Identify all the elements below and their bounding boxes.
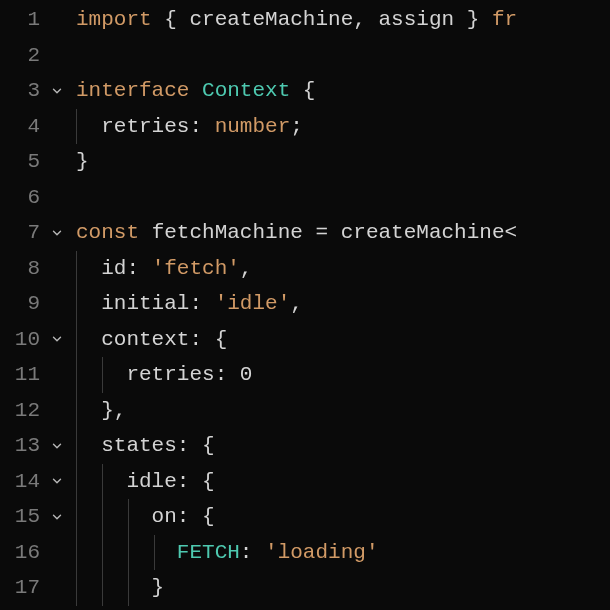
- indent-guide: [102, 535, 103, 571]
- chevron-down-icon[interactable]: [50, 226, 64, 240]
- token: }: [76, 144, 89, 180]
- code-line[interactable]: idle: {: [76, 464, 610, 500]
- code-line[interactable]: import { createMachine, assign } fr: [76, 2, 610, 38]
- line-number: 5: [0, 144, 42, 180]
- chevron-down-icon[interactable]: [50, 474, 64, 488]
- token: createMachine: [341, 215, 505, 251]
- line-number: 16: [0, 535, 42, 571]
- token: ;: [290, 109, 303, 145]
- token: 'fetch': [152, 251, 240, 287]
- code-line[interactable]: }: [76, 570, 610, 606]
- token: : {: [177, 428, 215, 464]
- fold-toggle[interactable]: [42, 510, 72, 524]
- token: fr: [492, 2, 517, 38]
- chevron-down-icon[interactable]: [50, 510, 64, 524]
- token: number: [215, 109, 291, 145]
- indent-guide: [102, 570, 103, 606]
- indent-guide: [102, 464, 103, 500]
- chevron-down-icon[interactable]: [50, 332, 64, 346]
- indent-guide: [76, 322, 77, 358]
- indent-guide: [76, 357, 77, 393]
- fold-toggle[interactable]: [42, 226, 72, 240]
- token: :: [189, 109, 214, 145]
- gutter-row: 16: [0, 535, 76, 571]
- token: <: [505, 215, 518, 251]
- line-number: 6: [0, 180, 42, 216]
- fold-toggle[interactable]: [42, 332, 72, 346]
- token: : {: [189, 322, 227, 358]
- indent-guide: [128, 499, 129, 535]
- code-line[interactable]: context: {: [76, 322, 610, 358]
- code-line[interactable]: id: 'fetch',: [76, 251, 610, 287]
- gutter-row: 11: [0, 357, 76, 393]
- token: ,: [290, 286, 303, 322]
- token: id: [76, 251, 126, 287]
- line-number: 8: [0, 251, 42, 287]
- code-line[interactable]: interface Context {: [76, 73, 610, 109]
- token: :: [240, 535, 265, 571]
- code-line[interactable]: [76, 180, 610, 216]
- gutter-row: 8: [0, 251, 76, 287]
- token: },: [76, 393, 126, 429]
- line-number: 7: [0, 215, 42, 251]
- indent-guide: [76, 428, 77, 464]
- token: interface: [76, 73, 189, 109]
- indent-guide: [76, 251, 77, 287]
- fold-toggle[interactable]: [42, 439, 72, 453]
- line-number: 12: [0, 393, 42, 429]
- gutter-row: 4: [0, 109, 76, 145]
- code-line[interactable]: FETCH: 'loading': [76, 535, 610, 571]
- gutter-row: 2: [0, 38, 76, 74]
- code-line[interactable]: const fetchMachine = createMachine<: [76, 215, 610, 251]
- indent-guide: [76, 286, 77, 322]
- line-number: 4: [0, 109, 42, 145]
- token: [189, 73, 202, 109]
- fold-toggle[interactable]: [42, 474, 72, 488]
- code-editor[interactable]: 1234567891011121314151617 import { creat…: [0, 0, 610, 610]
- token: idle: [76, 464, 177, 500]
- token: =: [303, 215, 341, 251]
- code-line[interactable]: }: [76, 144, 610, 180]
- indent-guide: [102, 357, 103, 393]
- gutter-row: 9: [0, 286, 76, 322]
- code-line[interactable]: on: {: [76, 499, 610, 535]
- token: const: [76, 215, 139, 251]
- token: retries: [76, 357, 215, 393]
- code-area[interactable]: import { createMachine, assign } frinter…: [76, 0, 610, 610]
- code-line[interactable]: retries: number;: [76, 109, 610, 145]
- line-number: 13: [0, 428, 42, 464]
- token: fetchMachine: [152, 215, 303, 251]
- token: ,: [353, 2, 378, 38]
- chevron-down-icon[interactable]: [50, 439, 64, 453]
- code-line[interactable]: states: {: [76, 428, 610, 464]
- line-number: 1: [0, 2, 42, 38]
- indent-guide: [76, 393, 77, 429]
- indent-guide: [76, 499, 77, 535]
- token: import: [76, 2, 152, 38]
- code-line[interactable]: },: [76, 393, 610, 429]
- token: {: [290, 73, 315, 109]
- token: states: [76, 428, 177, 464]
- indent-guide: [76, 535, 77, 571]
- code-line[interactable]: [76, 38, 610, 74]
- gutter-row: 5: [0, 144, 76, 180]
- line-number: 14: [0, 464, 42, 500]
- line-number: 2: [0, 38, 42, 74]
- gutter-row: 6: [0, 180, 76, 216]
- token: :: [215, 357, 240, 393]
- token: : {: [177, 499, 215, 535]
- token: createMachine: [189, 2, 353, 38]
- gutter: 1234567891011121314151617: [0, 0, 76, 610]
- token: FETCH: [177, 535, 240, 571]
- gutter-row: 15: [0, 499, 76, 535]
- token: context: [76, 322, 189, 358]
- fold-toggle[interactable]: [42, 84, 72, 98]
- code-line[interactable]: retries: 0: [76, 357, 610, 393]
- token: 0: [240, 357, 253, 393]
- token: [139, 215, 152, 251]
- chevron-down-icon[interactable]: [50, 84, 64, 98]
- gutter-row: 3: [0, 73, 76, 109]
- token: }: [76, 570, 164, 606]
- line-number: 17: [0, 570, 42, 606]
- code-line[interactable]: initial: 'idle',: [76, 286, 610, 322]
